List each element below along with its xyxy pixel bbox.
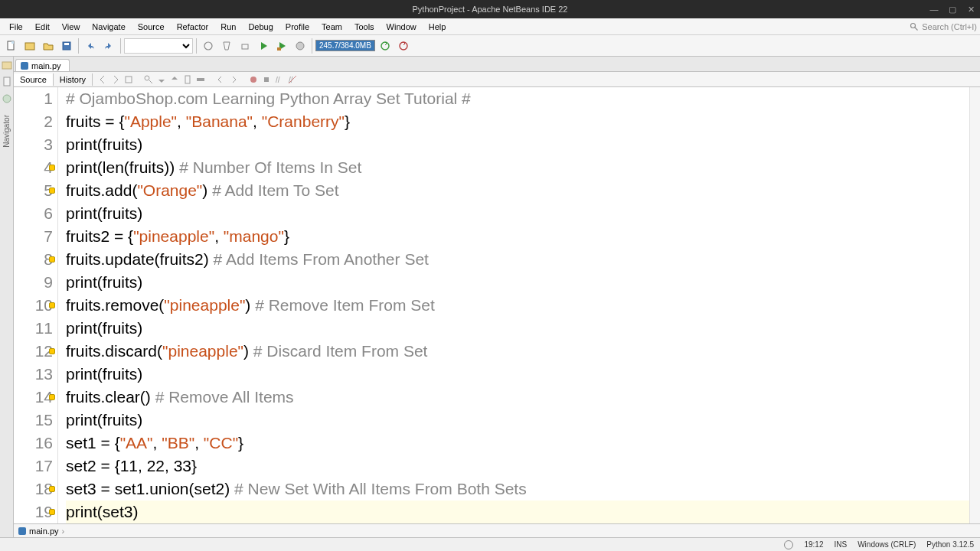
python-file-icon — [21, 62, 28, 70]
svg-rect-6 — [64, 43, 69, 45]
line-ending[interactable]: Windows (CRLF) — [858, 540, 916, 549]
cursor-position[interactable]: 19:12 — [804, 540, 823, 549]
uncomment-icon[interactable]: // — [287, 74, 298, 85]
menu-debug[interactable]: Debug — [242, 21, 279, 33]
svg-line-18 — [149, 80, 152, 83]
services-icon[interactable] — [2, 93, 12, 104]
find-icon[interactable] — [143, 74, 154, 85]
svg-point-21 — [250, 77, 256, 83]
menu-window[interactable]: Window — [381, 21, 423, 33]
svg-rect-8 — [242, 44, 248, 49]
svg-rect-19 — [185, 76, 190, 83]
files-icon[interactable] — [2, 77, 12, 87]
svg-text://: // — [276, 76, 280, 84]
toggle-bookmark-icon[interactable] — [182, 74, 193, 85]
toggle-highlight-icon[interactable] — [195, 74, 206, 85]
side-dock: Navigator — [0, 57, 14, 537]
menu-refactor[interactable]: Refactor — [171, 21, 215, 33]
menu-help[interactable]: Help — [423, 21, 452, 33]
notifications-icon[interactable] — [784, 540, 793, 549]
close-icon[interactable]: ✕ — [965, 5, 977, 15]
profile-button[interactable] — [292, 37, 309, 54]
nav-fwd-icon[interactable] — [110, 74, 121, 85]
maximize-icon[interactable]: ▢ — [946, 5, 959, 15]
clean-build-button[interactable] — [218, 37, 235, 54]
next-bookmark-icon[interactable] — [169, 74, 180, 85]
memory-indicator[interactable]: 245.7/384.0MB — [315, 40, 375, 51]
svg-point-0 — [911, 23, 916, 28]
window-title: PythonProject - Apache NetBeans IDE 22 — [412, 5, 567, 14]
stop-macro-icon[interactable] — [261, 74, 272, 85]
file-tab-main[interactable]: main.py — [15, 59, 70, 71]
insert-mode[interactable]: INS — [834, 540, 847, 549]
overview-ruler[interactable] — [969, 87, 980, 523]
prev-bookmark-icon[interactable] — [156, 74, 167, 85]
svg-rect-22 — [264, 77, 269, 82]
save-all-button[interactable] — [58, 37, 75, 54]
build-project-button[interactable] — [237, 37, 253, 54]
code-lines[interactable]: # OjamboShop.com Learning Python Array S… — [58, 87, 969, 523]
svg-rect-4 — [25, 43, 34, 50]
chevron-right-icon: › — [62, 527, 65, 536]
menu-navigate[interactable]: Navigate — [86, 21, 131, 33]
svg-rect-3 — [11, 41, 14, 44]
gc-button-1[interactable] — [377, 37, 394, 54]
new-project-button[interactable] — [21, 37, 38, 54]
source-tab[interactable]: Source — [14, 73, 54, 86]
line-gutter: 12345678910111213141516171819 — [14, 87, 58, 523]
menu-run[interactable]: Run — [214, 21, 242, 33]
search-icon — [910, 22, 919, 31]
svg-point-15 — [3, 95, 11, 103]
build-button[interactable] — [200, 37, 217, 54]
svg-point-7 — [204, 42, 212, 50]
nav-back-icon[interactable] — [97, 74, 108, 85]
menu-profile[interactable]: Profile — [279, 21, 315, 33]
gc-button-2[interactable] — [395, 37, 412, 54]
editor-sub-toolbar: Source History — [14, 72, 980, 87]
menubar: FileEditViewNavigateSourceRefactorRunDeb… — [0, 18, 980, 35]
new-file-button[interactable] — [3, 37, 20, 54]
open-button[interactable] — [40, 37, 57, 54]
svg-point-12 — [400, 42, 407, 50]
run-button[interactable] — [255, 37, 272, 54]
menu-file[interactable]: File — [3, 21, 29, 33]
menu-source[interactable]: Source — [132, 21, 171, 33]
navigator-tab[interactable]: Navigator — [2, 110, 11, 152]
svg-rect-9 — [277, 47, 281, 51]
comment-icon[interactable]: // — [274, 74, 285, 85]
debug-button[interactable] — [273, 37, 290, 54]
menu-tools[interactable]: Tools — [348, 21, 381, 33]
run-config-select[interactable] — [124, 38, 193, 54]
svg-rect-20 — [197, 78, 204, 81]
svg-line-1 — [915, 27, 918, 30]
menu-view[interactable]: View — [56, 21, 87, 33]
svg-point-11 — [381, 42, 389, 50]
shift-left-icon[interactable] — [215, 74, 226, 85]
start-macro-icon[interactable] — [248, 74, 259, 85]
python-version[interactable]: Python 3.12.5 — [926, 540, 974, 549]
minimize-icon[interactable]: — — [928, 5, 940, 15]
shift-right-icon[interactable] — [228, 74, 239, 85]
history-tab[interactable]: History — [54, 73, 93, 86]
breadcrumb-file[interactable]: main.py — [29, 527, 59, 536]
editor-tabs: main.py — [14, 57, 980, 72]
statusbar: 19:12 INS Windows (CRLF) Python 3.12.5 — [0, 537, 980, 551]
menu-team[interactable]: Team — [315, 21, 348, 33]
menu-edit[interactable]: Edit — [29, 21, 56, 33]
projects-icon[interactable] — [2, 60, 12, 70]
search-placeholder: Search (Ctrl+I) — [922, 22, 977, 31]
quick-search[interactable]: Search (Ctrl+I) — [910, 22, 977, 31]
undo-button[interactable] — [82, 37, 99, 54]
breadcrumb: main.py › — [14, 523, 980, 537]
main-toolbar: 245.7/384.0MB — [0, 35, 980, 57]
window-titlebar: PythonProject - Apache NetBeans IDE 22 —… — [0, 0, 980, 18]
svg-rect-14 — [4, 77, 10, 86]
svg-point-17 — [145, 76, 149, 80]
file-tab-label: main.py — [31, 61, 61, 70]
svg-point-10 — [296, 42, 304, 50]
svg-rect-16 — [126, 77, 132, 83]
last-edit-icon[interactable] — [123, 74, 134, 85]
redo-button[interactable] — [100, 37, 117, 54]
python-file-icon — [18, 527, 26, 535]
code-editor[interactable]: 12345678910111213141516171819 # OjamboSh… — [14, 87, 980, 523]
